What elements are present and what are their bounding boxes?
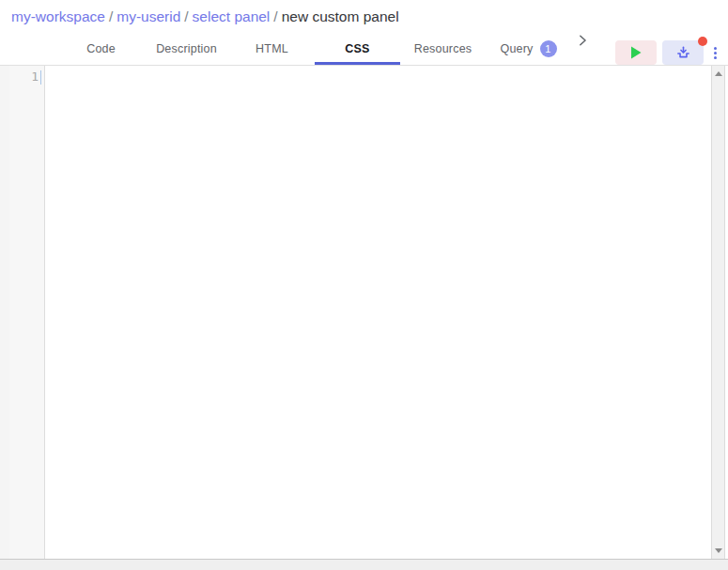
tab-css[interactable]: CSS: [315, 34, 400, 65]
code-editor: 1: [0, 66, 728, 559]
download-icon: [675, 45, 691, 60]
tabs: Code Description HTML CSS Resources Quer…: [58, 34, 571, 65]
text-cursor: [40, 70, 41, 85]
breadcrumb-separator: /: [180, 8, 192, 24]
chevron-right-icon[interactable]: [575, 33, 590, 48]
breadcrumb-current: new custom panel: [282, 8, 399, 24]
tab-query[interactable]: Query 1: [486, 34, 571, 65]
breadcrumb-separator: /: [270, 8, 281, 24]
editor-left-margin: [0, 66, 9, 559]
breadcrumb: my-workspace/my-userid/select panel/new …: [0, 0, 728, 34]
kebab-menu-icon[interactable]: [710, 42, 720, 63]
run-button[interactable]: [615, 40, 657, 65]
line-number: 1: [9, 69, 39, 85]
bottom-strip: [0, 559, 728, 570]
line-number-gutter: 1: [9, 66, 45, 559]
notification-dot: [698, 37, 707, 46]
download-button[interactable]: [662, 40, 704, 65]
tab-code[interactable]: Code: [58, 34, 144, 65]
scroll-down-icon[interactable]: [715, 548, 722, 553]
scroll-up-icon[interactable]: [715, 71, 722, 76]
breadcrumb-link-workspace[interactable]: my-workspace: [11, 8, 105, 24]
tab-html[interactable]: HTML: [229, 34, 315, 65]
breadcrumb-link-userid[interactable]: my-userid: [116, 8, 180, 24]
breadcrumb-link-select-panel[interactable]: select panel: [193, 8, 271, 24]
tab-resources[interactable]: Resources: [400, 34, 486, 65]
play-icon: [629, 46, 643, 59]
tab-description[interactable]: Description: [144, 34, 229, 65]
tab-query-label: Query: [500, 42, 533, 55]
breadcrumb-separator: /: [105, 8, 116, 24]
header: my-workspace/my-userid/select panel/new …: [0, 0, 728, 66]
editor-content[interactable]: [45, 66, 711, 559]
vertical-scrollbar[interactable]: [711, 66, 725, 559]
chevron-right-glyph: [576, 34, 589, 47]
query-count-badge: 1: [540, 40, 557, 57]
